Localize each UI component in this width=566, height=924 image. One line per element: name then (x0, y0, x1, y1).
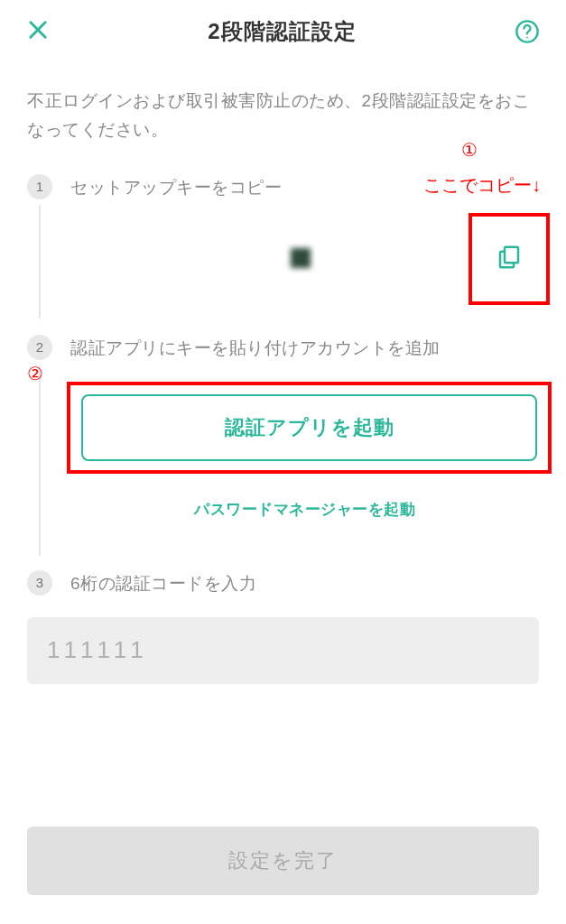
intro-text: 不正ログインおよび取引被害防止のため、2段階認証設定をおこなってください。 (0, 63, 566, 158)
annotation-circled-2: ② (27, 363, 43, 384)
step-number-3: 3 (27, 570, 52, 596)
step-connector (39, 205, 41, 319)
step-2: 2 認証アプリにキーを貼り付けアカウントを追加 認証アプリを起動 パスワードマネ… (27, 335, 539, 520)
step-1: 1 セットアップキーをコピー (27, 174, 539, 299)
annotation-launch-highlight-box: 認証アプリを起動 (67, 382, 552, 474)
step-3-title: 6桁の認証コードを入力 (70, 570, 539, 596)
copy-icon[interactable] (496, 244, 523, 274)
page-title: 2段階認証設定 (208, 17, 356, 46)
redacted-block (291, 248, 311, 268)
step-number-1: 1 (27, 174, 52, 199)
step-2-title: 認証アプリにキーを貼り付けアカウントを追加 (70, 335, 539, 360)
complete-setup-button[interactable]: 設定を完了 (27, 827, 539, 895)
step-1-title: セットアップキーをコピー (70, 174, 539, 199)
launch-password-manager-link[interactable]: パスワードマネージャーを起動 (70, 499, 539, 520)
launch-authenticator-button[interactable]: 認証アプリを起動 (81, 394, 537, 461)
verification-code-input[interactable] (27, 617, 539, 684)
help-icon[interactable] (514, 18, 541, 45)
header: 2段階認証設定 (0, 0, 566, 63)
setup-key-value (61, 231, 539, 285)
step-3: 3 6桁の認証コードを入力 (27, 570, 539, 684)
annotation-copy-highlight-box (469, 213, 550, 305)
step-connector (39, 365, 41, 556)
svg-point-3 (526, 36, 528, 38)
steps-container: 1 セットアップキーをコピー 2 認証アプリにキーを貼り付けアカウントを追加 認… (0, 174, 566, 684)
svg-rect-4 (505, 246, 518, 263)
annotation-circled-1: ① (461, 139, 478, 161)
close-icon[interactable] (25, 17, 51, 46)
setup-key-row (61, 217, 539, 299)
submit-area: 設定を完了 (27, 827, 539, 895)
step-number-2: 2 (27, 335, 52, 360)
